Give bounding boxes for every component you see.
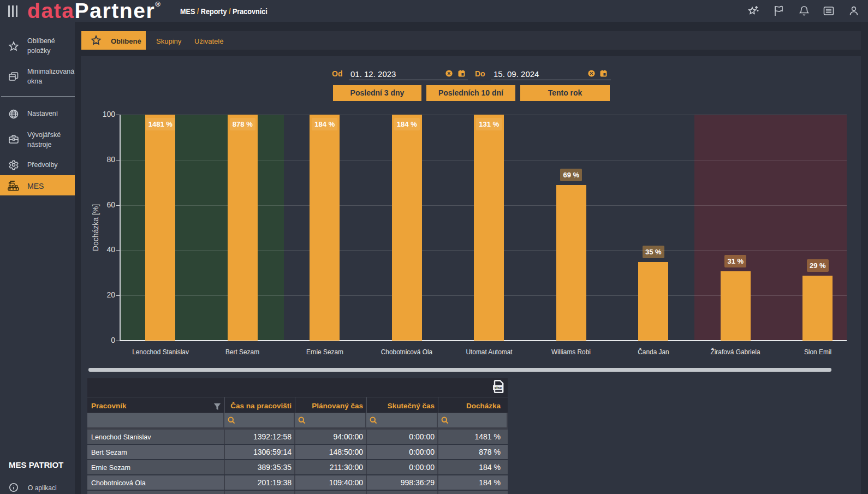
svg-text:xlsx: xlsx bbox=[494, 385, 502, 390]
